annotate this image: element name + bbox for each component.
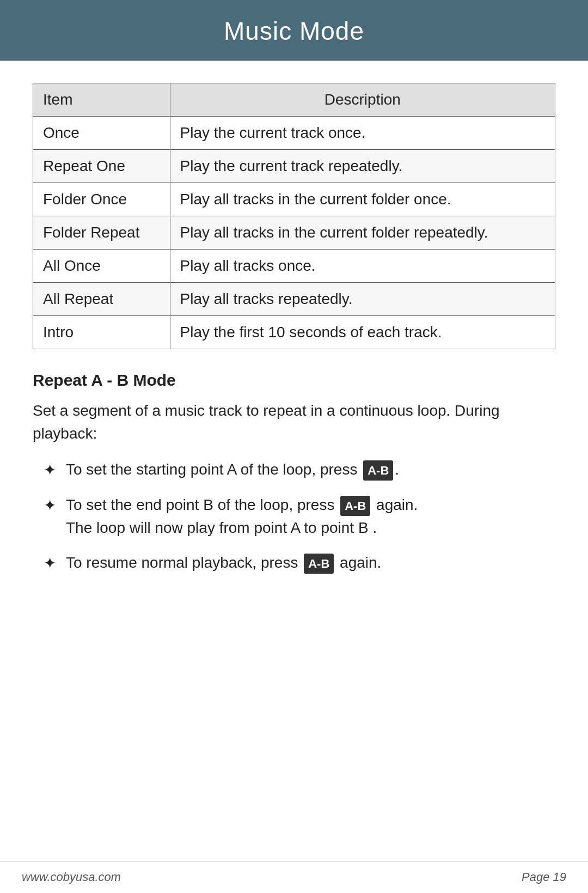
table-row: IntroPlay the first 10 seconds of each t… bbox=[33, 316, 555, 349]
bullet-item: ✦To set the end point B of the loop, pre… bbox=[44, 494, 555, 539]
table-cell-item: Once bbox=[33, 117, 170, 150]
table-cell-item: Repeat One bbox=[33, 150, 170, 183]
table-row: Folder OncePlay all tracks in the curren… bbox=[33, 183, 555, 216]
col-header-item: Item bbox=[33, 83, 170, 117]
col-header-description: Description bbox=[170, 83, 555, 117]
table-row: OncePlay the current track once. bbox=[33, 117, 555, 150]
bullet-text: To set the end point B of the loop, pres… bbox=[66, 494, 418, 539]
table-row: Repeat OnePlay the current track repeate… bbox=[33, 150, 555, 183]
table-cell-item: Intro bbox=[33, 316, 170, 349]
page-title: Music Mode bbox=[224, 17, 364, 45]
repeat-ab-bullets: ✦To set the starting point A of the loop… bbox=[33, 458, 555, 575]
page-header: Music Mode bbox=[0, 0, 588, 60]
bullet-item: ✦To set the starting point A of the loop… bbox=[44, 458, 555, 482]
table-row: All OncePlay all tracks once. bbox=[33, 250, 555, 283]
table-row: Folder RepeatPlay all tracks in the curr… bbox=[33, 216, 555, 250]
table-cell-description: Play all tracks repeatedly. bbox=[170, 283, 555, 316]
ab-badge: A-B bbox=[304, 554, 334, 574]
footer-page: Page 19 bbox=[522, 870, 566, 884]
bullet-cross-icon: ✦ bbox=[44, 459, 56, 482]
bullet-cross-icon: ✦ bbox=[44, 552, 56, 575]
repeat-ab-heading: Repeat A - B Mode bbox=[33, 371, 555, 390]
main-content: Item Description OncePlay the current tr… bbox=[0, 61, 588, 861]
table-cell-item: All Once bbox=[33, 250, 170, 283]
ab-badge: A-B bbox=[340, 496, 370, 516]
table-cell-item: Folder Once bbox=[33, 183, 170, 216]
repeat-ab-intro: Set a segment of a music track to repeat… bbox=[33, 399, 555, 445]
table-cell-item: All Repeat bbox=[33, 283, 170, 316]
bullet-text: To set the starting point A of the loop,… bbox=[66, 458, 399, 481]
bullet-cross-icon: ✦ bbox=[44, 494, 56, 517]
bullet-item: ✦To resume normal playback, press A-B ag… bbox=[44, 551, 555, 575]
footer-url: www.cobyusa.com bbox=[22, 870, 121, 884]
table-cell-description: Play all tracks once. bbox=[170, 250, 555, 283]
music-mode-table: Item Description OncePlay the current tr… bbox=[33, 83, 555, 349]
repeat-ab-section: Repeat A - B Mode Set a segment of a mus… bbox=[33, 371, 555, 575]
table-cell-item: Folder Repeat bbox=[33, 216, 170, 250]
table-cell-description: Play all tracks in the current folder re… bbox=[170, 216, 555, 250]
table-cell-description: Play the first 10 seconds of each track. bbox=[170, 316, 555, 349]
table-cell-description: Play all tracks in the current folder on… bbox=[170, 183, 555, 216]
table-cell-description: Play the current track once. bbox=[170, 117, 555, 150]
table-row: All RepeatPlay all tracks repeatedly. bbox=[33, 283, 555, 316]
ab-badge: A-B bbox=[363, 460, 393, 481]
page-footer: www.cobyusa.com Page 19 bbox=[0, 861, 588, 893]
bullet-text: To resume normal playback, press A-B aga… bbox=[66, 551, 381, 574]
table-cell-description: Play the current track repeatedly. bbox=[170, 150, 555, 183]
